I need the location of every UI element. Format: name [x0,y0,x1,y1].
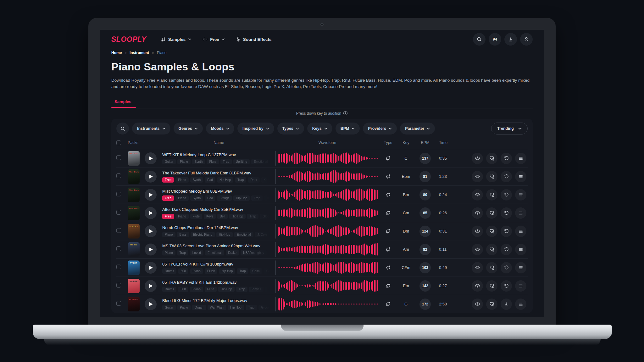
preview-button[interactable] [472,171,483,182]
tag-pill[interactable]: Flute [190,214,202,219]
sample-name[interactable]: 05 TYGER vol 4 KIT C#m 103bpm.wav [162,262,275,266]
sample-name[interactable]: 05 THA BABY vol 8 KIT Em 142bpm.wav [162,280,275,285]
tag-pill[interactable]: Flute [205,287,217,292]
tag-pill[interactable]: Trap [237,268,248,274]
tab-samples[interactable]: Samples [111,97,134,107]
row-checkbox[interactable] [116,192,121,196]
tag-pill[interactable]: Piano [175,214,189,219]
pack-thumbnail[interactable]: After Dark [128,206,140,220]
play-button[interactable] [145,298,157,310]
tag-pill[interactable]: Dark [264,195,271,201]
history-button[interactable] [501,262,512,273]
tag-pill[interactable]: Keys [204,214,216,219]
tag-pill[interactable]: Bell [217,214,228,219]
more-menu-button[interactable] [515,280,526,292]
tag-pill[interactable]: Hip Hop [219,268,235,274]
tag-pill[interactable]: Kanye [261,177,271,183]
row-checkbox[interactable] [116,155,121,160]
play-button[interactable] [145,207,157,219]
tag-pill[interactable]: Guitar [162,159,176,164]
credits-counter[interactable]: 94 [489,33,501,46]
pack-thumbnail[interactable]: WET KIT [128,151,140,166]
downloads-button[interactable] [504,33,517,46]
favorite-button[interactable] [486,244,497,255]
more-menu-button[interactable] [515,226,526,237]
row-checkbox[interactable] [116,246,121,251]
favorite-button[interactable] [486,280,497,292]
preview-button[interactable] [472,226,483,237]
row-checkbox[interactable] [116,173,121,178]
waveform[interactable] [275,188,379,202]
tag-pill[interactable]: Organ [192,305,206,310]
nav-item-free[interactable]: Free [203,37,225,42]
tag-pill[interactable]: Trap [246,305,257,310]
favorite-button[interactable] [486,153,497,164]
preview-button[interactable] [472,153,483,164]
waveform[interactable] [275,242,379,257]
tag-pill[interactable]: Pad [205,195,215,201]
search-button[interactable] [473,33,486,46]
sample-name[interactable]: MS TW 03 Secret Love Piano Aminor 82bpm … [162,244,275,248]
tag-pill[interactable]: Playful [249,287,264,292]
tag-pill[interactable]: Gloomy [265,287,271,292]
tag-pill[interactable]: Emotional [251,159,270,164]
pack-thumbnail[interactable]: SOLOFX [128,224,140,239]
filter-pill-inspired-by[interactable]: Inspired by [237,123,274,134]
favorite-button[interactable] [486,207,497,219]
pack-thumbnail[interactable]: MS TW [128,242,140,257]
tag-pill[interactable]: Trap [235,177,246,183]
tag-pill[interactable]: Piano [190,287,203,292]
tag-pill[interactable]: Guitar [162,305,176,310]
sample-name[interactable]: WET KIT 6 Melody Loop C 137BPM.wav [162,152,275,157]
pack-thumbnail[interactable]: BLEED IT [128,297,140,311]
waveform[interactable] [275,224,379,239]
pack-thumbnail[interactable]: THA BABY [128,279,140,293]
sample-name[interactable]: The Takeover Full Melody Dark Ebm 81BPM.… [162,171,275,175]
favorite-button[interactable] [486,171,497,182]
filter-pill-types[interactable]: Types [277,123,304,134]
tag-pill[interactable]: Trap [177,250,188,255]
tag-pill[interactable]: Drake [226,250,239,255]
preview-button[interactable] [472,262,483,273]
tag-pill[interactable]: Emotional [234,232,253,237]
preview-button[interactable] [472,244,483,255]
tag-pill[interactable]: Emotional [205,250,224,255]
more-menu-button[interactable] [515,153,526,164]
more-menu-button[interactable] [515,244,526,255]
filter-search-button[interactable] [116,123,129,134]
slooply-logo[interactable]: SLOOPLY [111,35,147,44]
tag-pill[interactable]: Synth [190,195,203,201]
tag-pill[interactable]: Pluck [205,268,217,274]
history-button[interactable] [501,189,512,200]
favorite-button[interactable] [486,299,497,310]
waveform[interactable] [275,206,379,220]
tag-pill[interactable]: Pad [205,177,215,183]
sample-name[interactable]: Numb Chops Emotional Dm 124BPM.wav [162,225,275,230]
waveform[interactable] [275,297,379,311]
tag-pill[interactable]: Dark [248,177,259,183]
history-button[interactable] [501,244,512,255]
pack-thumbnail[interactable]: After Dark [128,169,140,184]
row-checkbox[interactable] [116,228,121,233]
play-button[interactable] [145,280,157,292]
tag-pill[interactable]: Hip Hop [217,177,233,183]
select-all-checkbox[interactable] [116,140,121,145]
tag-pill[interactable]: Loved [190,250,203,255]
history-button[interactable] [501,153,512,164]
tag-pill[interactable]: NBA Youngboy [241,250,267,255]
tag-pill[interactable]: Synth [190,177,203,183]
tag-pill[interactable]: Piano [177,159,191,164]
nav-item-sound-effects[interactable]: Sound Effects [236,37,272,42]
preview-button[interactable] [472,299,483,310]
row-checkbox[interactable] [116,265,121,269]
more-menu-button[interactable] [515,207,526,219]
history-button[interactable] [501,226,512,237]
tag-pill[interactable]: Drums [162,268,176,274]
breadcrumb-instrument[interactable]: Instrument [130,51,149,55]
more-menu-button[interactable] [515,299,526,310]
tag-pill[interactable]: Wah Wah [208,305,226,310]
more-menu-button[interactable] [515,189,526,200]
tag-pill[interactable]: Hip Hop [229,214,246,219]
tag-pill[interactable]: Hip Hop [228,305,244,310]
row-checkbox[interactable] [116,283,121,288]
